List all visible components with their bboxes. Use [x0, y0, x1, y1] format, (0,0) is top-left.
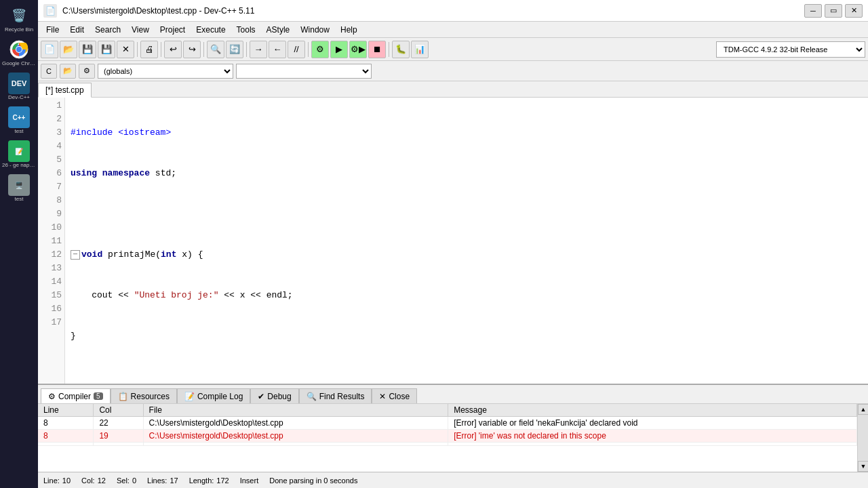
fold-btn-4[interactable]: ─: [71, 250, 80, 260]
err3-message: [448, 443, 857, 446]
resources-tab-icon: 📋: [118, 392, 128, 401]
close-button[interactable]: ✕: [845, 4, 863, 18]
compile-log-label: Compile Log: [197, 392, 243, 401]
cpp-file-icon: C++: [8, 106, 30, 128]
status-sel: Sel: 0: [117, 476, 136, 485]
scope-selector[interactable]: (globals): [98, 64, 233, 79]
find-results-icon: 🔍: [307, 392, 317, 401]
sep1: [137, 42, 138, 57]
menu-file[interactable]: File: [41, 24, 64, 36]
recycle-bin-icon: 🗑️: [8, 5, 30, 26]
find-btn[interactable]: 🔍: [207, 41, 224, 58]
taskbar-cpp-label: test: [2, 129, 36, 135]
tab-compiler[interactable]: ⚙ Compiler 5: [41, 388, 111, 403]
toggle-comment-btn[interactable]: //: [288, 41, 305, 58]
open-btn[interactable]: 📂: [60, 41, 77, 58]
close-file-btn[interactable]: ✕: [117, 41, 134, 58]
tab-test-cpp[interactable]: [*] test.cpp: [38, 83, 92, 98]
debug-tab-icon: ✔: [258, 392, 264, 401]
replace-btn[interactable]: 🔄: [226, 41, 243, 58]
new-btn[interactable]: 📄: [41, 41, 58, 58]
taskbar-chrome[interactable]: Google Chrome: [3, 37, 35, 69]
err2-file: C:\Users\mistergold\Desktop\test.cpp: [143, 430, 448, 443]
tab-label: [*] test.cpp: [45, 85, 84, 95]
bottom-panel-body: Line Col File Message 8 22 C:\Users\mist…: [38, 404, 868, 472]
function-selector[interactable]: [236, 64, 372, 79]
scroll-down-btn[interactable]: ▼: [858, 461, 868, 472]
code-line-2: using namespace std;: [71, 167, 863, 180]
menu-help[interactable]: Help: [335, 24, 363, 36]
status-lines: Lines: 17: [147, 476, 178, 485]
class-btn[interactable]: C: [41, 64, 57, 79]
save-as-btn[interactable]: 💾: [98, 41, 115, 58]
compile-log-icon: 📝: [184, 392, 195, 401]
tab-debug[interactable]: ✔ Debug: [250, 388, 298, 403]
col-header-line: Line: [38, 404, 94, 417]
tab-bar: [*] test.cpp: [38, 81, 868, 98]
tab-compile-log[interactable]: 📝 Compile Log: [177, 388, 250, 403]
taskbar-napravit[interactable]: 📝 26 - ge napravit: [3, 138, 35, 171]
sel-value: 0: [132, 476, 136, 485]
err1-message: [Error] variable or field 'nekaFunkcija'…: [448, 417, 857, 430]
menu-execute[interactable]: Execute: [191, 24, 231, 36]
compiler-selector: TDM-GCC 4.9.2 32-bit Release: [716, 41, 865, 58]
debug-tab-label: Debug: [267, 392, 291, 401]
taskbar-devcpp[interactable]: DEV Dev-C++: [3, 70, 35, 103]
compile-run-btn[interactable]: ⚙▶: [349, 41, 367, 58]
scroll-up-btn[interactable]: ▲: [858, 404, 868, 415]
taskbar-recycle-bin-label: Recycle Bin: [2, 27, 36, 33]
undo-btn[interactable]: ↩: [164, 41, 182, 58]
status-message: Done parsing in 0 seconds: [269, 476, 357, 485]
sep6: [389, 42, 389, 57]
err2-message: [Error] 'ime' was not declared in this s…: [448, 430, 857, 443]
err1-col: 22: [94, 417, 143, 430]
indent-btn[interactable]: →: [250, 41, 267, 58]
mode-value: Insert: [240, 476, 259, 485]
compiler-dropdown[interactable]: TDM-GCC 4.9.2 32-bit Release: [716, 41, 865, 58]
code-editor[interactable]: #include <iostream> using namespace std;…: [65, 98, 868, 384]
tab-find-results[interactable]: 🔍 Find Results: [299, 388, 372, 403]
svg-point-3: [16, 47, 22, 52]
menu-view[interactable]: View: [126, 24, 155, 36]
stop-btn[interactable]: ⏹: [368, 41, 386, 58]
tab-close[interactable]: ✕ Close: [372, 388, 417, 403]
settings-btn[interactable]: ⚙: [79, 64, 95, 79]
menu-window[interactable]: Window: [295, 24, 335, 36]
status-text: Done parsing in 0 seconds: [269, 476, 357, 485]
bottom-tab-bar: ⚙ Compiler 5 📋 Resources 📝 Compile Log ✔…: [38, 385, 868, 404]
menu-search[interactable]: Search: [90, 24, 126, 36]
menu-astyle[interactable]: AStyle: [261, 24, 296, 36]
unindent-btn[interactable]: ←: [269, 41, 286, 58]
open-class-btn[interactable]: 📂: [60, 64, 76, 79]
col-header-message: Message: [448, 404, 857, 417]
status-bar: Line: 10 Col: 12 Sel: 0 Lines: 17 Length…: [38, 472, 868, 488]
bottom-panel: ⚙ Compiler 5 📋 Resources 📝 Compile Log ✔…: [38, 384, 868, 472]
taskbar: 🗑️ Recycle Bin Google Chrome DEV Dev-C++…: [0, 0, 38, 488]
save-btn[interactable]: 💾: [79, 41, 96, 58]
taskbar-test[interactable]: 🖥️ test: [3, 172, 35, 205]
error-row-2: 8 19 C:\Users\mistergold\Desktop\test.cp…: [38, 430, 857, 443]
redo-btn[interactable]: ↪: [183, 41, 201, 58]
sep5: [308, 42, 309, 57]
tab-resources[interactable]: 📋 Resources: [111, 388, 177, 403]
taskbar-recycle-bin[interactable]: 🗑️ Recycle Bin: [3, 3, 35, 35]
taskbar-test-label: test: [2, 197, 36, 203]
run-btn[interactable]: ▶: [330, 41, 348, 58]
taskbar-cpp-file[interactable]: C++ test: [3, 104, 35, 137]
code-line-6: }: [71, 329, 863, 343]
error-table: Line Col File Message 8 22 C:\Users\mist…: [38, 404, 857, 472]
taskbar-napravit-label: 26 - ge napravit: [2, 163, 36, 169]
profile-btn[interactable]: 📊: [411, 41, 429, 58]
debug-btn[interactable]: 🐛: [392, 41, 410, 58]
err3-file: [143, 443, 448, 446]
minimize-button[interactable]: ─: [804, 4, 822, 18]
scroll-track: [858, 415, 868, 461]
main-toolbar: 📄 📂 💾 💾 ✕ 🖨 ↩ ↪ 🔍 🔄 → ← // ⚙ ▶ ⚙▶ ⏹ 🐛 📊 …: [38, 38, 868, 61]
maximize-button[interactable]: ▭: [825, 4, 842, 18]
length-value: 172: [216, 476, 229, 485]
compile-btn[interactable]: ⚙: [311, 41, 329, 58]
menu-tools[interactable]: Tools: [231, 24, 261, 36]
menu-edit[interactable]: Edit: [64, 24, 90, 36]
menu-project[interactable]: Project: [155, 24, 191, 36]
print-btn[interactable]: 🖨: [140, 41, 158, 58]
